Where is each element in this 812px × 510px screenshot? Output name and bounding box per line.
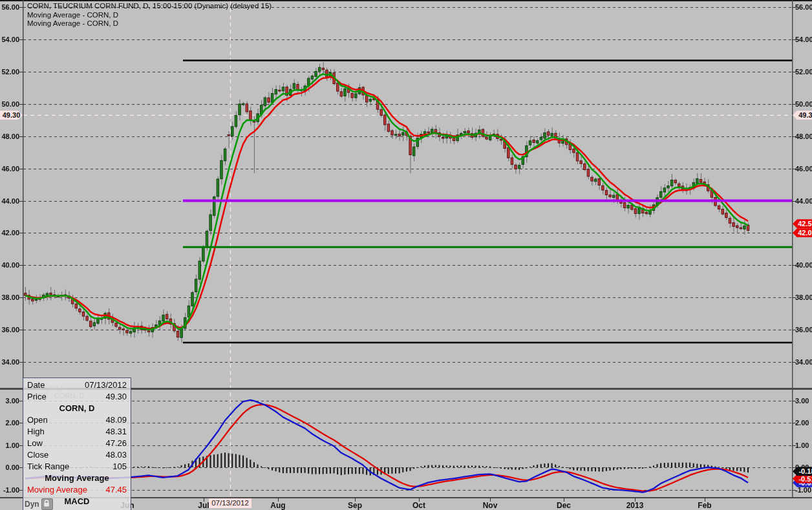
tooltip-row-label: Price: [27, 391, 47, 403]
tooltip-row: Open48.09: [23, 414, 131, 426]
tooltip-row-label: Date: [27, 379, 45, 391]
tooltip-row: Price49.30: [23, 391, 131, 403]
tooltip-row-value: 105: [112, 461, 127, 473]
tooltip-row-value: 48.03: [105, 449, 127, 461]
tooltip-section-header: CORN, D: [23, 403, 131, 414]
crosshair-price-flag-left: 49.30: [0, 111, 23, 120]
tooltip-row: Date07/13/2012: [23, 379, 131, 391]
tooltip-row-label: Low: [27, 438, 43, 449]
tooltip-row-label: Close: [27, 449, 48, 461]
tooltip-row: High48.31: [23, 426, 131, 438]
tooltip-section-header: MACD: [23, 496, 131, 507]
price-flag-macd-hist: -0.18: [793, 467, 812, 476]
lock-icon[interactable]: [41, 498, 53, 510]
price-flag-ma0: 42.57: [793, 219, 812, 228]
tooltip-section-header: Moving Average: [23, 473, 131, 484]
tooltip-row-label: Open: [27, 414, 48, 426]
tooltip-row: Close48.03: [23, 449, 131, 461]
chart-window: CORN, TEUCRIUM CORN FUND, D, 15:00-15:00…: [0, 0, 812, 510]
tooltip-row-label: Moving Average: [27, 484, 87, 496]
dyn-button[interactable]: Dyn: [25, 500, 39, 509]
crosshair-date-label: 07/13/2012: [209, 498, 251, 508]
tooltip-row-label: High: [27, 426, 45, 438]
tooltip-row-value: 48.09: [105, 414, 127, 426]
lock-icon-glyph: [42, 499, 51, 508]
tooltip-row-value: 07/13/2012: [85, 379, 127, 391]
tooltip-row: Moving Average47.45: [23, 484, 131, 496]
tooltip-row-value: 48.31: [105, 426, 127, 438]
tooltip-row-value: 47.26: [105, 438, 127, 449]
tooltip-row: Tick Range105: [23, 461, 131, 473]
price-flag-ma1: 42.01: [793, 228, 812, 237]
data-window-tooltip: Date07/13/2012Price49.30CORN, DOpen48.09…: [23, 377, 131, 510]
tooltip-row-value: 49.30: [105, 391, 127, 403]
tooltip-row: Low47.26: [23, 438, 131, 449]
tooltip-row-label: Tick Range: [27, 461, 69, 473]
tooltip-row-value: 47.45: [105, 484, 127, 496]
